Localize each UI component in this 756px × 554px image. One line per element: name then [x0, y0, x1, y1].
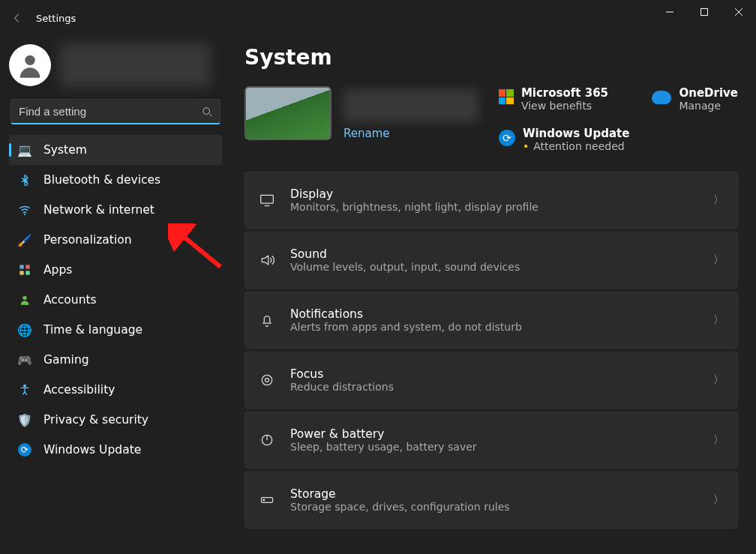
card-notifications[interactable]: NotificationsAlerts from apps and system…	[244, 292, 738, 349]
card-title: Storage	[290, 487, 698, 501]
chevron-right-icon: 〉	[713, 433, 724, 447]
promo-ms365-sub: View benefits	[521, 100, 608, 112]
accessibility-icon	[18, 383, 32, 397]
sidebar: 💻SystemBluetooth & devicesNetwork & inte…	[0, 36, 231, 554]
sidebar-item-label: Privacy & security	[44, 413, 148, 427]
card-sub: Volume levels, output, input, sound devi…	[290, 261, 698, 273]
sidebar-item-personalization[interactable]: 🖌️Personalization	[9, 225, 222, 255]
svg-rect-8	[20, 265, 23, 268]
sidebar-item-accounts[interactable]: Accounts	[9, 285, 222, 315]
profile[interactable]	[6, 40, 225, 99]
card-sub: Monitors, brightness, night light, displ…	[290, 201, 698, 213]
card-sound[interactable]: SoundVolume levels, output, input, sound…	[244, 232, 738, 289]
chevron-right-icon: 〉	[713, 313, 724, 327]
notifications-icon	[259, 313, 275, 328]
search-input[interactable]	[19, 105, 202, 118]
sidebar-item-time[interactable]: 🌐Time & language	[9, 315, 222, 345]
card-title: Focus	[290, 367, 698, 381]
sidebar-item-system[interactable]: 💻System	[9, 135, 222, 165]
sidebar-item-bluetooth[interactable]: Bluetooth & devices	[9, 165, 222, 195]
sound-icon	[259, 253, 275, 268]
svg-rect-9	[26, 265, 29, 268]
svg-point-13	[24, 385, 26, 387]
titlebar: Settings	[0, 0, 756, 36]
network-icon	[18, 203, 32, 217]
sidebar-item-update[interactable]: ⟳Windows Update	[9, 435, 222, 465]
svg-point-16	[262, 375, 272, 385]
bluetooth-icon	[18, 173, 32, 187]
sidebar-item-apps[interactable]: Apps	[9, 255, 222, 285]
back-icon[interactable]	[12, 13, 22, 23]
sidebar-item-label: Time & language	[44, 323, 142, 337]
update-icon: ⟳	[18, 443, 32, 457]
card-title: Sound	[290, 247, 698, 261]
sidebar-item-network[interactable]: Network & internet	[9, 195, 222, 225]
svg-point-4	[25, 55, 34, 65]
sidebar-item-label: Personalization	[44, 233, 132, 247]
privacy-icon: 🛡️	[18, 413, 32, 427]
ms365-icon	[499, 89, 514, 104]
close-button[interactable]	[722, 0, 756, 24]
window-title: Settings	[36, 13, 76, 24]
card-focus[interactable]: FocusReduce distractions〉	[244, 352, 738, 409]
card-storage[interactable]: StorageStorage space, drives, configurat…	[244, 472, 738, 529]
sidebar-item-accessibility[interactable]: Accessibility	[9, 375, 222, 405]
svg-rect-14	[261, 195, 274, 203]
svg-rect-11	[26, 271, 29, 274]
svg-point-5	[203, 107, 210, 114]
device-block: Rename	[244, 86, 478, 140]
chevron-right-icon: 〉	[713, 253, 724, 267]
svg-point-12	[22, 296, 26, 300]
sidebar-item-label: System	[44, 143, 87, 157]
hero: Rename Microsoft 365 View benefits ⟳	[244, 86, 738, 152]
sidebar-item-label: Apps	[44, 263, 72, 277]
sidebar-item-label: Network & internet	[44, 203, 154, 217]
rename-link[interactable]: Rename	[344, 127, 390, 140]
avatar	[9, 44, 51, 86]
chevron-right-icon: 〉	[713, 493, 724, 507]
svg-point-7	[24, 214, 26, 215]
promo-ms365-title: Microsoft 365	[521, 86, 608, 100]
sidebar-item-gaming[interactable]: 🎮Gaming	[9, 345, 222, 375]
nav: 💻SystemBluetooth & devicesNetwork & inte…	[6, 135, 225, 465]
device-name-redacted	[344, 89, 478, 122]
display-icon	[259, 193, 275, 208]
sidebar-item-label: Accessibility	[44, 383, 115, 397]
promo-onedrive[interactable]: OneDrive Manage	[652, 86, 738, 152]
svg-line-6	[209, 113, 212, 116]
promo-ms365[interactable]: Microsoft 365 View benefits	[499, 86, 630, 112]
chevron-right-icon: 〉	[713, 193, 724, 207]
card-title: Display	[290, 187, 698, 201]
personalization-icon: 🖌️	[18, 233, 32, 247]
sidebar-item-label: Accounts	[44, 293, 97, 307]
card-title: Notifications	[290, 307, 698, 321]
page-title: System	[244, 45, 738, 70]
promo-update-sub: Attention needed	[523, 140, 630, 152]
card-power[interactable]: Power & batterySleep, battery usage, bat…	[244, 412, 738, 469]
profile-name-redacted	[60, 43, 210, 87]
device-wallpaper[interactable]	[244, 86, 332, 140]
power-icon	[259, 433, 275, 448]
card-display[interactable]: DisplayMonitors, brightness, night light…	[244, 172, 738, 229]
chevron-right-icon: 〉	[713, 373, 724, 387]
svg-rect-1	[701, 9, 708, 16]
search-icon	[202, 106, 212, 117]
promo-update[interactable]: ⟳ Windows Update Attention needed	[499, 127, 630, 152]
main: System Rename Microsoft 365 View benefit…	[231, 36, 756, 554]
accounts-icon	[18, 293, 32, 307]
time-icon: 🌐	[18, 323, 32, 337]
sidebar-item-privacy[interactable]: 🛡️Privacy & security	[9, 405, 222, 435]
card-title: Power & battery	[290, 427, 698, 441]
card-sub: Reduce distractions	[290, 381, 698, 393]
maximize-button[interactable]	[687, 0, 722, 24]
search-box[interactable]	[10, 99, 220, 124]
sidebar-item-label: Bluetooth & devices	[44, 173, 160, 187]
sidebar-item-label: Windows Update	[44, 443, 141, 457]
focus-icon	[259, 373, 275, 388]
minimize-button[interactable]	[652, 0, 687, 24]
cards: DisplayMonitors, brightness, night light…	[244, 172, 738, 529]
system-icon: 💻	[18, 143, 32, 157]
onedrive-icon	[652, 91, 671, 104]
card-sub: Alerts from apps and system, do not dist…	[290, 321, 698, 333]
apps-icon	[18, 263, 32, 277]
